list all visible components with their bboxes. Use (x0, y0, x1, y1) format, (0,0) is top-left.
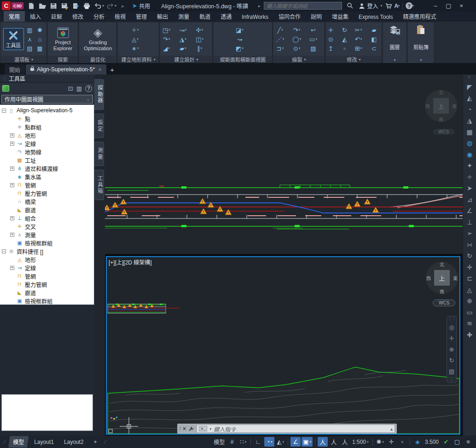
toolspace-titlebar[interactable]: ⋮ 工具區 (0, 75, 94, 83)
viewcube-north[interactable]: 北 (440, 261, 444, 268)
tree-sites[interactable]: ▦ 工址 (10, 156, 94, 164)
assembly-menu-icon[interactable]: ◫▾ (195, 35, 204, 43)
panel-label-optimize[interactable]: 最佳化 (79, 56, 116, 63)
match-properties-icon[interactable]: ∺ (467, 241, 472, 248)
toolbar-grip-icon[interactable]: ⠿ (468, 76, 471, 79)
menu-tab-express[interactable]: Express Tools (354, 12, 398, 22)
viewcube-south[interactable]: 南 (440, 288, 444, 295)
menu-tab-manage[interactable]: 管理 (131, 11, 152, 22)
mirror-icon[interactable]: ◭ (340, 35, 349, 43)
rotate-view-icon[interactable]: ↻ (467, 253, 472, 259)
menu-tab-transparent[interactable]: 透通 (215, 11, 237, 22)
project-explorer-button[interactable]: Project Explorer (50, 26, 76, 52)
panorama-icon[interactable]: ▤ (25, 44, 35, 52)
redo-dropdown-icon[interactable]: ▾ (115, 4, 116, 8)
command-input[interactable]: >_ ▾ 鍵入指令 ▴ (197, 425, 395, 433)
surface-elevation-icon[interactable]: ◈ (412, 437, 423, 447)
tree-ds-pipe-networks[interactable]: ⊓ 管網 (10, 272, 94, 280)
point-marker-tool-icon[interactable]: ✦ (467, 162, 472, 169)
ortho-mode-icon[interactable]: ∟ (253, 437, 263, 447)
viewcube-west[interactable]: 西 (425, 103, 430, 109)
pan-hand-icon[interactable]: ✛ (449, 335, 454, 342)
start-tab[interactable]: 開始 (5, 64, 25, 75)
annotation-scale-icon[interactable]: 人 (340, 437, 350, 447)
rectangle-icon[interactable]: ▭▾ (309, 35, 318, 43)
snap-mode-icon[interactable]: ∷▾ (238, 437, 248, 447)
tree-alignments[interactable]: ↝ 定線 (10, 139, 94, 148)
search-input[interactable] (267, 3, 339, 9)
tree-expand-icon[interactable] (10, 216, 14, 220)
showmotion-icon[interactable]: ▤ (449, 368, 454, 375)
tree-expand-icon[interactable] (10, 133, 14, 138)
clipboard-button[interactable]: 剪貼簿 ▾ (408, 23, 434, 63)
viewcube-west[interactable]: 西 (426, 275, 431, 281)
intersection-menu-icon[interactable]: ✣▾ (195, 26, 204, 34)
customization-gear-icon[interactable]: ✺▾ (375, 437, 385, 447)
profile-view-icon[interactable]: ◪▾ (235, 26, 244, 34)
tree-surfaces[interactable]: ◬ 地形 (10, 131, 94, 139)
osnap-tracking-icon[interactable]: ∠ (290, 437, 301, 447)
rotate-icon[interactable]: ↻ (340, 26, 349, 34)
panel-label-modify[interactable]: 修改▾ (326, 56, 382, 63)
surfaces-menu-icon[interactable]: ◬▾ (131, 35, 140, 43)
trim-icon[interactable]: ✂▾ (354, 26, 363, 34)
polar-tracking-icon[interactable]: ◔▾ (264, 437, 274, 447)
panel-label-palettes[interactable]: 選項板▾ (1, 56, 46, 63)
export-icon[interactable] (70, 1, 81, 11)
spline-icon[interactable]: ⋰▾ (276, 35, 285, 43)
tree-point-groups[interactable]: ✛ 點群組 (10, 123, 94, 131)
elevation-value[interactable]: 3.500 (424, 437, 440, 447)
signin-button[interactable]: 登入 (359, 2, 378, 10)
command-history-icon[interactable]: ▴ (390, 426, 393, 431)
tree-feature-lines[interactable]: ↷ 地勢線 (10, 148, 94, 156)
online-map-icon[interactable]: ◉ (467, 151, 472, 158)
viewcube-top-viewport[interactable]: 北 南 西 東 上 (425, 90, 457, 122)
minimize-button[interactable]: – (430, 1, 441, 11)
menu-tab-view[interactable]: 檢視 (110, 11, 131, 22)
tree-survey[interactable]: ⋏ 測量 (10, 230, 94, 239)
tree-pressure-networks[interactable]: ⊓ 壓力管網 (10, 189, 94, 197)
clipboard-dropdown-icon[interactable]: ▾ (420, 58, 422, 63)
tree-intersections[interactable]: ✛ 交叉 (10, 222, 94, 230)
polygon-icon[interactable]: ⊐▾ (276, 44, 285, 52)
bottom-viewport-active[interactable]: [+][上][2D 線架構] (106, 256, 460, 435)
pick-tool-icon[interactable]: ➢ (467, 230, 472, 236)
command-line-close-icon[interactable]: × (183, 425, 186, 432)
tree-ds-pressure-networks[interactable]: ⊓ 壓力管網 (10, 280, 94, 288)
offset-icon[interactable]: ⊂ (370, 44, 379, 52)
navbar-more-icon[interactable]: ⌄ (450, 379, 453, 381)
tree-catchments[interactable]: ◈ 集水區 (10, 172, 94, 181)
save-as-icon[interactable] (59, 1, 70, 11)
new-layout-button[interactable]: + (89, 437, 102, 447)
object-snap-icon[interactable]: ▣▾ (302, 437, 313, 447)
section-views-icon[interactable]: ◩▾ (235, 44, 244, 52)
sample-lines-icon[interactable]: ↝ (235, 35, 244, 43)
wcs-button[interactable]: WCS (433, 299, 455, 306)
window-tool-icon[interactable]: ▭ (466, 309, 472, 316)
rail-design-menu-icon[interactable]: ∥▾ (195, 44, 204, 52)
clean-screen-icon[interactable]: ▢ (452, 437, 462, 447)
profile-menu-icon[interactable]: ↝▾ (179, 26, 188, 34)
tree-ds-surfaces[interactable]: ◬ 地形 (10, 255, 94, 264)
customize-qat-icon[interactable]: » (117, 1, 128, 11)
tree-expand-icon[interactable] (10, 233, 14, 237)
viewport-controls-label[interactable]: [+][上][2D 線架構] (109, 258, 152, 266)
viewcube-top-face[interactable]: 上 (433, 98, 449, 114)
help-icon[interactable]: ? (406, 2, 412, 9)
ellipse-icon[interactable]: ⊙▾ (292, 44, 302, 52)
model-tab[interactable]: 模型 (8, 436, 29, 448)
menu-tab-analyze[interactable]: 分析 (88, 11, 110, 22)
share-button[interactable]: ➤ 共用 (132, 2, 150, 10)
layers-dropdown-icon[interactable]: ▾ (394, 58, 395, 63)
item-view-toggle-icon[interactable]: ⊡ (68, 85, 73, 92)
viewcube-north[interactable]: 北 (439, 89, 443, 96)
viewcube-east[interactable]: 東 (452, 103, 457, 109)
new-file-icon[interactable] (26, 1, 36, 11)
tree-expand-icon[interactable] (10, 142, 14, 146)
panel-label-design[interactable]: 建立設計▾ (160, 56, 212, 63)
survey-toolspace-icon[interactable]: ⋏ (25, 35, 35, 43)
menu-tab-addins[interactable]: 增益集 (327, 11, 354, 22)
panel-label-draw[interactable]: 繪製▾ (273, 56, 325, 63)
tree-ds-alignments[interactable]: ↝ 定線 (10, 264, 94, 272)
point-label-tool-icon[interactable]: ✧ (467, 174, 472, 180)
